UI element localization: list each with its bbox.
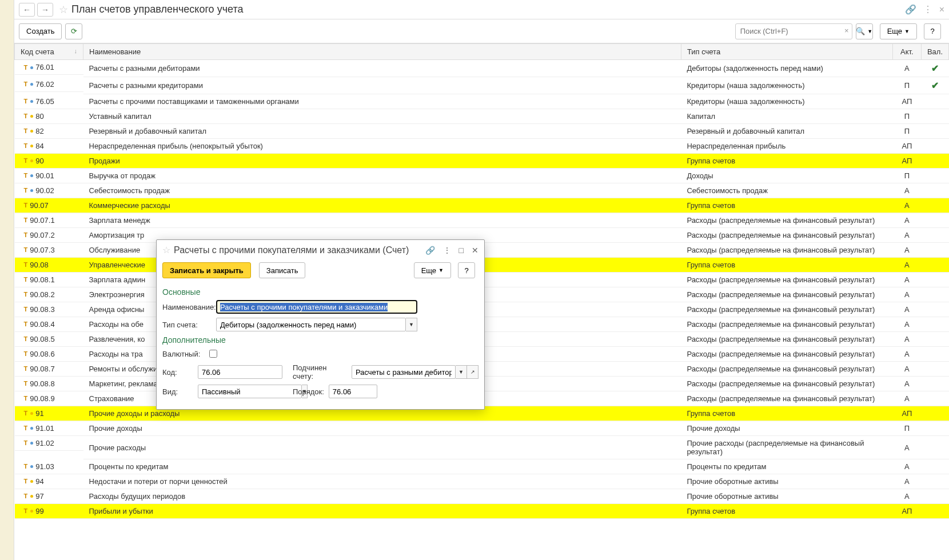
- account-name: Зарплата менедж: [83, 213, 681, 228]
- code-field[interactable]: [198, 365, 282, 379]
- create-button[interactable]: Создать: [19, 23, 62, 39]
- table-row[interactable]: T91.01Прочие доходыПрочие доходыП: [15, 421, 949, 436]
- account-type-select[interactable]: [216, 318, 406, 331]
- account-currency-flag: [921, 273, 948, 287]
- status-dot-icon: [30, 189, 33, 192]
- save-and-close-button[interactable]: Записать и закрыть: [162, 262, 251, 278]
- table-row[interactable]: T76.02Расчеты с разными кредиторамиКреди…: [15, 77, 949, 94]
- account-currency-flag: [921, 258, 948, 273]
- account-type-cell: Прочие оборотные активы: [681, 489, 892, 504]
- column-header-name[interactable]: Наименование: [83, 44, 681, 60]
- table-row[interactable]: T91.03Проценты по кредитамПроценты по кр…: [15, 459, 949, 474]
- column-header-type[interactable]: Тип счета: [681, 44, 892, 60]
- section-main-label: Основные: [162, 287, 479, 297]
- account-activity: А: [892, 198, 921, 213]
- more-button[interactable]: Еще▼: [880, 23, 917, 39]
- table-row[interactable]: T76.01Расчеты с разными дебиторамиДебито…: [15, 60, 949, 77]
- dialog-help-button[interactable]: ?: [458, 262, 475, 278]
- account-activity: А: [892, 228, 921, 243]
- parent-account-select[interactable]: [352, 365, 456, 379]
- account-type-cell: Группа счетов: [681, 198, 892, 213]
- dialog-more-button[interactable]: Еще▼: [414, 262, 451, 278]
- account-type-cell: Группа счетов: [681, 504, 892, 519]
- account-type-cell: Расходы (распределяемые на финансовый ре…: [681, 347, 892, 362]
- account-activity: АП: [892, 139, 921, 154]
- account-currency-flag: ✔: [921, 60, 948, 77]
- account-type-cell: Группа счетов: [681, 406, 892, 421]
- search-input[interactable]: [735, 23, 852, 39]
- account-type-icon: T: [24, 142, 28, 149]
- left-navigation-rail[interactable]: [0, 0, 14, 560]
- account-currency-flag: [921, 302, 948, 317]
- kind-select[interactable]: [198, 385, 302, 398]
- kebab-menu-icon[interactable]: ⋮: [923, 4, 932, 15]
- dialog-link-icon[interactable]: 🔗: [425, 246, 435, 255]
- parent-open-button[interactable]: ↗: [467, 365, 479, 379]
- table-row[interactable]: T90ПродажиГруппа счетовАП: [15, 154, 949, 169]
- account-code: 90.08.6: [30, 350, 54, 358]
- dialog-kebab-menu-icon[interactable]: ⋮: [443, 246, 451, 255]
- table-row[interactable]: T99Прибыли и убыткиГруппа счетовАП: [15, 504, 949, 519]
- check-icon: ✔: [931, 81, 939, 90]
- back-button[interactable]: ←: [19, 3, 35, 17]
- account-type-cell: Доходы: [681, 169, 892, 183]
- account-type-dropdown-button[interactable]: ▼: [406, 318, 417, 331]
- table-row[interactable]: T90.07Коммерческие расходыГруппа счетовА: [15, 198, 949, 213]
- account-code: 90.02: [35, 186, 54, 195]
- account-currency-flag: [921, 332, 948, 347]
- account-name: Прибыли и убытки: [83, 504, 681, 519]
- table-row[interactable]: T80Уставный капиталКапиталП: [15, 109, 949, 124]
- status-dot-icon: [30, 100, 33, 103]
- account-type-cell: Расходы (распределяемые на финансовый ре…: [681, 243, 892, 258]
- account-code: 90.08.2: [30, 290, 54, 299]
- account-name: Прочие доходы: [83, 421, 681, 436]
- table-row[interactable]: T91.02Прочие расходыПрочие расходы (расп…: [15, 436, 949, 459]
- currency-checkbox[interactable]: [209, 350, 217, 358]
- account-currency-flag: [921, 109, 948, 124]
- field-label-parent: Подчинен счету:: [293, 363, 347, 381]
- account-currency-flag: [921, 94, 948, 109]
- account-type-icon: T: [24, 321, 28, 327]
- account-type-icon: T: [24, 410, 28, 417]
- account-type-cell: Группа счетов: [681, 258, 892, 273]
- close-window-icon[interactable]: ×: [939, 5, 944, 15]
- table-row[interactable]: T97Расходы будущих периодовПрочие оборот…: [15, 489, 949, 504]
- save-button[interactable]: Записать: [259, 262, 306, 278]
- refresh-button[interactable]: ⟳: [65, 23, 82, 39]
- account-code: 90: [35, 157, 43, 165]
- help-button[interactable]: ?: [924, 23, 941, 39]
- account-type-cell: Прочие расходы (распределяемые на финанс…: [681, 436, 892, 459]
- dialog-favorite-star-icon[interactable]: ☆: [162, 245, 170, 255]
- table-row[interactable]: T82Резервный и добавочный капиталРезервн…: [15, 124, 949, 139]
- link-icon[interactable]: 🔗: [905, 4, 916, 15]
- table-row[interactable]: T94Недостачи и потери от порчи ценностей…: [15, 474, 949, 489]
- favorite-star-icon[interactable]: ☆: [59, 3, 68, 16]
- account-type-icon: T: [24, 335, 28, 342]
- search-button[interactable]: 🔍▼: [856, 23, 873, 39]
- account-name: Расчеты с разными дебиторами: [83, 60, 681, 77]
- column-header-code[interactable]: Код счета↓: [15, 44, 83, 60]
- table-row[interactable]: T84Нераспределенная прибыль (непокрытый …: [15, 139, 949, 154]
- table-row[interactable]: T90.07.1Зарплата менеджРасходы (распреде…: [15, 213, 949, 228]
- account-code: 90.07.1: [30, 216, 54, 225]
- account-activity: П: [892, 124, 921, 139]
- account-code: 76.05: [35, 97, 54, 106]
- dialog-close-icon[interactable]: ✕: [472, 246, 479, 255]
- account-type-cell: Расходы (распределяемые на финансовый ре…: [681, 377, 892, 391]
- account-type-cell: Расходы (распределяемые на финансовый ре…: [681, 317, 892, 332]
- section-extra-label: Дополнительные: [162, 335, 479, 345]
- order-field[interactable]: [329, 385, 377, 398]
- account-activity: А: [892, 258, 921, 273]
- dialog-maximize-icon[interactable]: □: [459, 246, 464, 255]
- table-row[interactable]: T90.01Выручка от продажДоходыП: [15, 169, 949, 183]
- account-type-icon: T: [24, 231, 28, 238]
- clear-search-icon[interactable]: ×: [844, 26, 849, 35]
- forward-button[interactable]: →: [37, 3, 53, 17]
- parent-dropdown-button[interactable]: ▼: [456, 365, 467, 379]
- account-currency-flag: [921, 139, 948, 154]
- name-field[interactable]: [216, 300, 417, 314]
- column-header-akt[interactable]: Акт.: [892, 44, 921, 60]
- column-header-val[interactable]: Вал.: [921, 44, 948, 60]
- table-row[interactable]: T76.05Расчеты с прочими поставщиками и т…: [15, 94, 949, 109]
- table-row[interactable]: T90.02Себестоимость продажСебестоимость …: [15, 183, 949, 198]
